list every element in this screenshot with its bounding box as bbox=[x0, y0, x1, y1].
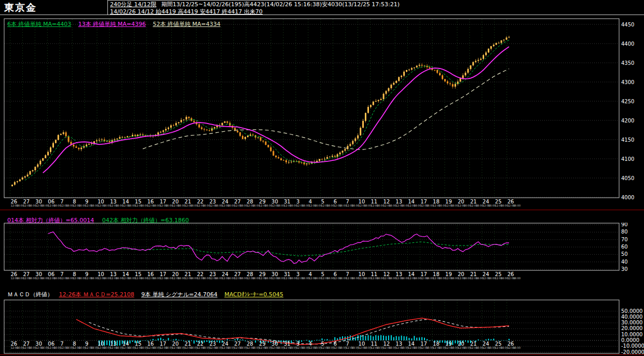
rsi-axis-label: 30 bbox=[621, 266, 628, 271]
price-axis-label: 4300 bbox=[621, 79, 634, 85]
rsi-axis-label: 70 bbox=[621, 237, 628, 242]
price-plot-border bbox=[4, 19, 619, 198]
rsi-x-axis: 2612:0018:002712:0018:003012:0018:000612… bbox=[0, 271, 644, 282]
ma-legend: 6本 終値単純 MA=4403 13本 終値単純 MA=4396 52本 終値単… bbox=[7, 20, 221, 28]
price-axis-label: 4100 bbox=[621, 156, 634, 162]
rsi14-line bbox=[48, 232, 509, 264]
header: 東京金 240分足 14/12限 期間13/12/25~14/02/26(195… bbox=[0, 0, 644, 15]
ma52-legend-link[interactable]: 52本 終値単純 MA=4334 bbox=[153, 21, 220, 28]
signal-line bbox=[89, 320, 509, 344]
rsi-axis-label: 60 bbox=[621, 244, 628, 250]
rsi-axis-label: 80 bbox=[621, 229, 628, 235]
ma6-legend-link[interactable]: 6本 終値単純 MA=4403 bbox=[7, 21, 71, 28]
macd-x-axis: 2612:0018:002712:0018:003012:0018:000612… bbox=[0, 341, 644, 351]
rsi-chart[interactable]: 90807060504030 bbox=[0, 223, 644, 271]
time-label: 18:00 bbox=[513, 204, 520, 207]
price-axis-label: 4150 bbox=[621, 137, 634, 143]
macd-axis-label: 40.0000 bbox=[621, 314, 642, 320]
macd-panel: ＭＡＣＤ（終値） 12-26本 ＭＡＣＤ=25.2108 9本 単純 シグナル=… bbox=[0, 288, 644, 356]
price-axis-label: 4200 bbox=[621, 118, 634, 124]
macd-axis-label: 20.0000 bbox=[621, 325, 642, 331]
ma6-line bbox=[25, 40, 509, 180]
header-info-line: 240分足 14/12限 期間13/12/25~14/02/26(195)高44… bbox=[110, 1, 400, 8]
price-axis-label: 4250 bbox=[621, 99, 634, 104]
rsi-axis-label: 90 bbox=[621, 223, 628, 227]
price-axis-label: 4050 bbox=[621, 175, 634, 181]
ma13-line bbox=[43, 47, 509, 173]
rsi-axis-label: 50 bbox=[621, 251, 628, 257]
price-panel: 4450440043504300425042004150410040504000… bbox=[0, 15, 644, 210]
price-x-axis: 2612:0018:002712:0018:003012:0018:000612… bbox=[0, 199, 644, 209]
time-label: 18:00 bbox=[513, 277, 520, 280]
macd-axis-label: 30.0000 bbox=[621, 320, 642, 325]
chart-window: 東京金 240分足 14/12限 期間13/12/25~14/02/26(195… bbox=[0, 0, 644, 356]
timeframe-link[interactable]: 240分足 14/12限 bbox=[110, 1, 156, 8]
time-label: 18:00 bbox=[513, 346, 520, 349]
ma13-legend-link[interactable]: 13本 終値単純 MA=4396 bbox=[78, 21, 146, 28]
price-chart[interactable]: 4450440043504300425042004150410040504000 bbox=[0, 15, 644, 210]
candles-layer bbox=[11, 36, 510, 186]
header-box-left-line bbox=[107, 0, 108, 15]
page-title: 東京金 bbox=[4, 1, 37, 15]
price-axis-label: 4450 bbox=[621, 22, 634, 28]
macd-axis-label: 10.0000 bbox=[621, 332, 642, 337]
rsi-axis-label: 40 bbox=[621, 259, 628, 265]
macd-axis-label: 50.0000 bbox=[621, 308, 642, 314]
period-text: 期間13/12/25~14/02/26(195)高4423(14/02/26 1… bbox=[161, 1, 400, 8]
ma52-line bbox=[143, 69, 509, 150]
price-axis-label: 4400 bbox=[621, 41, 634, 47]
price-axis-label: 4350 bbox=[621, 60, 634, 66]
rsi-panel: 014本 相対力（終値）=65.0014 042本 相対力（終値）=63.186… bbox=[0, 210, 644, 288]
separator-line-bottom bbox=[0, 354, 644, 355]
